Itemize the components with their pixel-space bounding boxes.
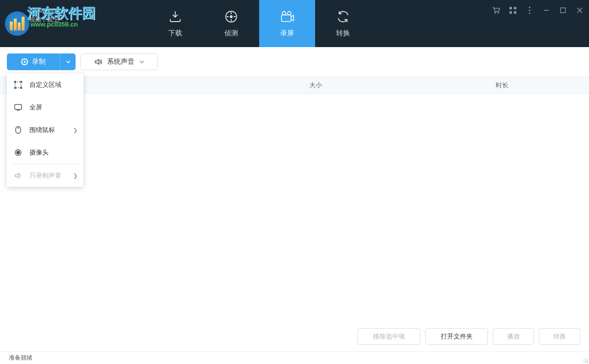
record-button-label: 录制: [32, 57, 46, 66]
app-logo-icon: [5, 11, 29, 36]
tab-label: 转换: [336, 29, 350, 38]
svg-rect-15: [15, 82, 21, 88]
svg-point-11: [529, 7, 531, 8]
remove-selected-button[interactable]: 移除选中项: [357, 328, 420, 345]
tab-convert[interactable]: 转换: [315, 0, 371, 47]
record-dot-icon: [21, 58, 28, 65]
column-duration[interactable]: 时长: [496, 81, 569, 90]
record-dropdown-caret[interactable]: [60, 53, 76, 70]
svg-rect-10: [514, 11, 516, 14]
svg-rect-18: [14, 87, 16, 89]
close-icon[interactable]: [575, 6, 584, 15]
camera-icon: [14, 148, 23, 157]
column-size[interactable]: 大小: [309, 81, 496, 90]
tab-label: 下载: [168, 29, 182, 38]
region-icon: [14, 80, 23, 89]
logo-area: Apowersoft 视频下载王 河东软件园 www.pc0359.cn: [0, 0, 98, 47]
menu-item-label: 自定义区域: [29, 80, 61, 89]
download-icon: [168, 9, 183, 24]
svg-point-23: [17, 151, 20, 154]
cart-icon[interactable]: [492, 6, 501, 15]
svg-point-13: [529, 13, 531, 14]
mouse-icon: [14, 126, 23, 134]
menu-item-label: 围绕鼠标: [29, 126, 55, 134]
svg-rect-16: [14, 81, 16, 82]
audio-source-label: 系统声音: [107, 57, 134, 66]
app-subtitle: 视频下载王: [29, 16, 59, 24]
svg-point-6: [498, 12, 499, 13]
menu-item-around-mouse[interactable]: 围绕鼠标 ❯: [7, 119, 83, 141]
menu-item-fullscreen[interactable]: 全屏: [7, 96, 83, 119]
tab-download[interactable]: 下载: [147, 0, 203, 47]
record-screen-icon: [280, 9, 294, 24]
app-name: Apowersoft: [29, 7, 59, 14]
play-button[interactable]: 播放: [493, 328, 534, 345]
svg-point-1: [230, 16, 232, 18]
content-area: [0, 94, 589, 322]
speaker-icon: [94, 58, 102, 66]
svg-point-2: [282, 11, 286, 15]
nav-tabs: 下载 侦测 录屏: [147, 0, 371, 47]
convert-button[interactable]: 转换: [539, 328, 580, 345]
fullscreen-icon: [14, 103, 23, 112]
svg-rect-4: [282, 15, 291, 21]
tab-record[interactable]: 录屏: [259, 0, 315, 47]
svg-point-3: [288, 11, 291, 15]
more-icon[interactable]: [525, 6, 534, 15]
chevron-right-icon: ❯: [73, 127, 78, 133]
maximize-icon[interactable]: [559, 6, 567, 15]
menu-item-label: 只录制声音: [29, 171, 61, 180]
record-mode-menu: 自定义区域 全屏 围绕鼠标 ❯ 摄像头 只录制声音 ❯: [7, 74, 83, 187]
tab-detect[interactable]: 侦测: [203, 0, 259, 47]
chevron-down-icon: [139, 60, 144, 63]
menu-item-custom-region[interactable]: 自定义区域: [7, 74, 83, 96]
grid-icon[interactable]: [509, 6, 517, 15]
tab-label: 侦测: [224, 29, 238, 38]
svg-rect-19: [21, 87, 22, 89]
window-controls: [492, 6, 584, 15]
svg-point-12: [529, 10, 531, 11]
toolbar: 录制 系统声音: [0, 47, 589, 77]
record-button[interactable]: 录制: [7, 53, 76, 70]
tab-label: 录屏: [280, 29, 294, 38]
svg-rect-7: [509, 7, 512, 9]
minimize-icon[interactable]: [542, 6, 551, 15]
bottom-bar: 移除选中项 打开文件夹 播放 转换: [0, 322, 589, 351]
status-text: 准备就绪: [9, 354, 32, 362]
menu-item-audio-only[interactable]: 只录制声音 ❯: [7, 164, 83, 187]
menu-item-label: 全屏: [29, 103, 42, 112]
app-header: Apowersoft 视频下载王 河东软件园 www.pc0359.cn 下载 …: [0, 0, 589, 47]
open-folder-button[interactable]: 打开文件夹: [425, 328, 488, 345]
svg-rect-9: [509, 11, 512, 14]
svg-rect-17: [21, 81, 22, 82]
detect-icon: [224, 9, 239, 24]
status-bar: 准备就绪: [0, 351, 589, 364]
audio-source-select[interactable]: 系统声音: [80, 53, 158, 70]
convert-icon: [336, 9, 350, 24]
menu-item-camera[interactable]: 摄像头: [7, 141, 83, 164]
svg-rect-8: [514, 7, 516, 9]
svg-point-5: [495, 12, 496, 13]
menu-item-label: 摄像头: [29, 148, 49, 157]
svg-rect-20: [15, 104, 22, 109]
chevron-right-icon: ❯: [73, 173, 78, 179]
table-header: 名称 大小 时长: [0, 77, 589, 94]
svg-rect-14: [561, 8, 565, 13]
audio-only-icon: [14, 171, 23, 180]
